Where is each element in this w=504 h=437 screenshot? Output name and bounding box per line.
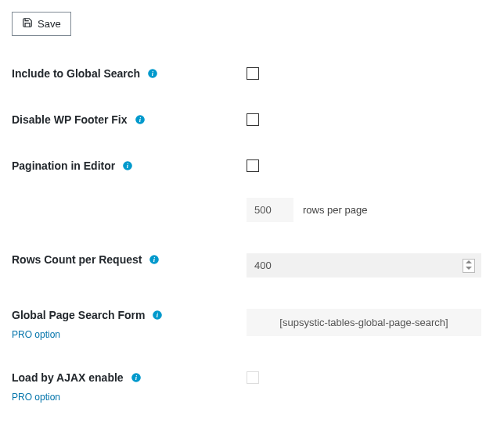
info-icon[interactable]: i [146, 67, 159, 80]
save-icon [22, 17, 33, 30]
label-include-global-search: Include to Global Search [12, 67, 140, 80]
info-icon[interactable]: i [121, 159, 134, 172]
info-icon[interactable]: i [151, 309, 164, 321]
svg-marker-8 [466, 260, 472, 263]
save-button-label: Save [38, 18, 61, 30]
row-include-global-search: Include to Global Search i [12, 67, 492, 82]
label-pagination-editor: Pagination in Editor [12, 159, 115, 172]
checkbox-pagination-editor[interactable] [247, 159, 259, 172]
checkbox-disable-wp-footer[interactable] [247, 113, 259, 126]
info-icon[interactable]: i [148, 253, 160, 266]
label-global-page-search: Global Page Search Form [12, 309, 145, 321]
checkbox-include-global-search[interactable] [247, 67, 259, 80]
save-button[interactable]: Save [12, 12, 71, 36]
rows-per-page-input[interactable] [247, 198, 293, 222]
checkbox-load-ajax [247, 371, 259, 384]
row-pagination-editor: Pagination in Editor i rows per page [12, 159, 492, 222]
row-rows-count: Rows Count per Request i [12, 253, 492, 278]
label-disable-wp-footer: Disable WP Footer Fix [12, 113, 128, 126]
row-disable-wp-footer: Disable WP Footer Fix i [12, 113, 492, 128]
rows-count-input[interactable] [247, 253, 481, 278]
number-stepper-icon[interactable] [463, 259, 475, 273]
rows-per-page-suffix: rows per page [303, 204, 367, 216]
row-load-ajax: Load by AJAX enable i PRO option [12, 371, 492, 403]
global-page-search-shortcode[interactable]: [supsystic-tables-global-page-search] [247, 309, 481, 336]
info-icon[interactable]: i [134, 113, 146, 126]
svg-marker-9 [466, 267, 472, 270]
pro-tag[interactable]: PRO option [12, 392, 247, 403]
label-rows-count: Rows Count per Request [12, 253, 142, 266]
info-icon[interactable]: i [130, 371, 142, 384]
row-global-page-search: Global Page Search Form i PRO option [su… [12, 309, 492, 340]
label-load-ajax: Load by AJAX enable [12, 371, 124, 384]
pro-tag[interactable]: PRO option [12, 329, 247, 340]
